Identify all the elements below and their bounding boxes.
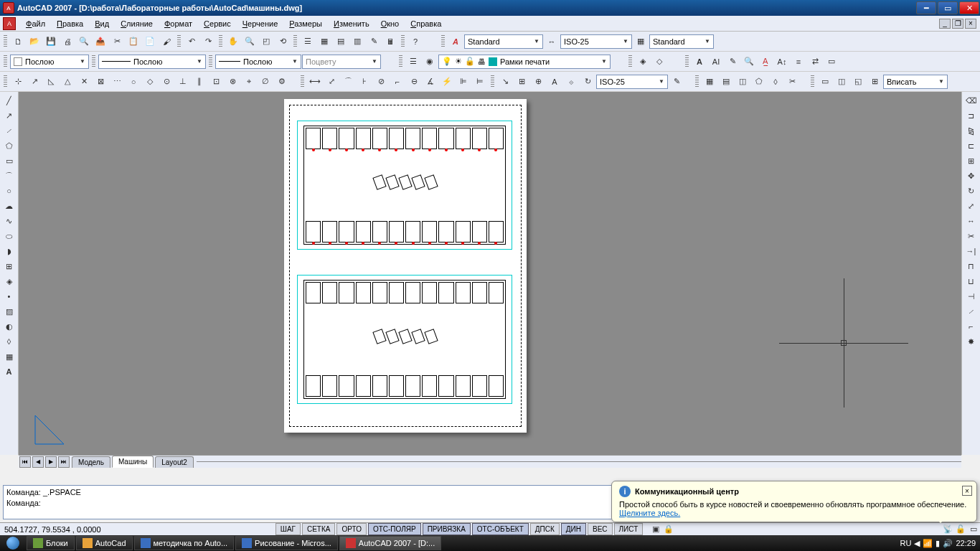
revcloud-button[interactable]: ☁ bbox=[1, 199, 17, 213]
zoom-window-button[interactable]: ◰ bbox=[258, 34, 274, 50]
text-style-dropdown[interactable]: Standard▼ bbox=[464, 34, 543, 49]
menu-window[interactable]: Окно bbox=[375, 17, 405, 30]
extend-button[interactable]: →| bbox=[963, 244, 979, 258]
tab-model[interactable]: Модель bbox=[72, 456, 110, 468]
dim-quick-button[interactable]: ⚡ bbox=[439, 74, 455, 90]
task-item-active[interactable]: AutoCAD 2007 - [D:... bbox=[339, 536, 441, 550]
erase-button[interactable]: ⌫ bbox=[963, 93, 979, 108]
start-button[interactable] bbox=[0, 535, 26, 551]
dim-style-combo[interactable]: ISO-25▼ bbox=[596, 75, 668, 89]
dim-leader-button[interactable]: ↘ bbox=[497, 74, 513, 90]
volume-icon[interactable]: 🔊 bbox=[943, 539, 953, 548]
layer-manager-button[interactable]: ☰ bbox=[405, 54, 421, 70]
explode-button[interactable]: ✸ bbox=[963, 334, 979, 349]
snap-mid-button[interactable]: △ bbox=[60, 74, 75, 90]
menu-format[interactable]: Формат bbox=[159, 17, 198, 30]
tab-last-button[interactable]: ⏭ bbox=[58, 456, 70, 468]
dim-angular-button[interactable]: ∡ bbox=[423, 74, 438, 90]
dim-ordinate-button[interactable]: ⊦ bbox=[357, 74, 372, 90]
edit-text-button[interactable]: ✎ bbox=[725, 54, 740, 70]
snap-none-button[interactable]: ∅ bbox=[258, 74, 273, 90]
tab-layout2[interactable]: Layout2 bbox=[155, 456, 194, 468]
snap-appint-button[interactable]: ⊠ bbox=[93, 74, 108, 90]
snap-ext-button[interactable]: ⋯ bbox=[109, 74, 125, 90]
linetype-dropdown[interactable]: Послою▼ bbox=[98, 55, 206, 69]
table-button[interactable]: ▦ bbox=[1, 349, 17, 364]
dim-style-dropdown[interactable]: ISO-25▼ bbox=[560, 34, 632, 49]
snap-tan-button[interactable]: ⊙ bbox=[159, 74, 174, 90]
menu-help[interactable]: Справка bbox=[405, 17, 447, 30]
color-dropdown[interactable]: Послою▼ bbox=[10, 55, 89, 69]
spline-button[interactable]: ∿ bbox=[1, 214, 17, 228]
copy-button[interactable]: 📋 bbox=[126, 34, 141, 50]
lock-ui-icon[interactable]: 🔓 bbox=[954, 524, 967, 535]
textstyle-icon[interactable]: A bbox=[448, 34, 463, 50]
dtext-button[interactable]: AI bbox=[708, 54, 724, 70]
offset-button[interactable]: ⊏ bbox=[963, 138, 979, 153]
fillet-button[interactable]: ⌐ bbox=[963, 319, 979, 334]
vp-new-button[interactable]: ◫ bbox=[735, 74, 750, 90]
toolbar-grip[interactable] bbox=[4, 35, 7, 48]
vp-display-button[interactable]: ▦ bbox=[702, 74, 717, 90]
dim-center-button[interactable]: ⊕ bbox=[530, 74, 546, 90]
properties-button[interactable]: ☰ bbox=[300, 34, 316, 50]
dim-baseline-button[interactable]: ⊫ bbox=[456, 74, 471, 90]
mdi-restore[interactable]: ❐ bbox=[952, 19, 963, 29]
dim-jogged-button[interactable]: ⌐ bbox=[390, 74, 405, 90]
lineweight-dropdown[interactable]: Послою▼ bbox=[215, 55, 301, 69]
zoom-realtime-button[interactable]: 🔍 bbox=[242, 34, 258, 50]
task-item[interactable]: Рисование - Micros... bbox=[235, 536, 338, 550]
vp-1-button[interactable]: ▭ bbox=[817, 74, 833, 90]
layer-iso-button[interactable]: ◇ bbox=[651, 54, 667, 70]
mtext-button[interactable]: A bbox=[692, 54, 707, 70]
maximize-button[interactable]: ▭ bbox=[938, 1, 958, 14]
layer-dropdown[interactable]: 💡 ☀ 🔓 🖶 Рамки печати ▼ bbox=[438, 55, 611, 69]
stretch-button[interactable]: ↔ bbox=[963, 214, 979, 228]
viewport-2[interactable] bbox=[297, 275, 512, 404]
trim-button[interactable]: ✂ bbox=[963, 229, 979, 243]
chamfer-button[interactable]: ⟋ bbox=[963, 304, 979, 319]
zoom-prev-button[interactable]: ⟲ bbox=[275, 34, 291, 50]
osnap-settings-button[interactable]: ⚙ bbox=[274, 74, 290, 90]
task-item[interactable]: методичка по Auto... bbox=[134, 536, 235, 550]
make-block-button[interactable]: ◈ bbox=[1, 274, 17, 288]
help-button[interactable]: ? bbox=[407, 34, 423, 50]
drawing-area[interactable] bbox=[19, 92, 961, 455]
vp-scale-dropdown[interactable]: Вписать▼ bbox=[883, 75, 948, 89]
toolbar-grip[interactable] bbox=[4, 55, 7, 68]
snap-quad-button[interactable]: ◇ bbox=[142, 74, 158, 90]
osnap-toggle[interactable]: ПРИВЯЗКА bbox=[423, 523, 471, 535]
toolbar-grip[interactable] bbox=[491, 75, 494, 88]
plotstyle-dropdown[interactable]: Поцвету▼ bbox=[302, 55, 381, 69]
new-button[interactable]: 🗋 bbox=[10, 34, 26, 50]
scale-button[interactable]: ⤢ bbox=[963, 199, 979, 213]
tab-prev-button[interactable]: ◀ bbox=[32, 456, 44, 468]
rotate-button[interactable]: ↻ bbox=[963, 184, 979, 198]
clean-screen-icon[interactable]: ▭ bbox=[967, 524, 980, 535]
design-center-button[interactable]: ▦ bbox=[316, 34, 332, 50]
line-button[interactable]: ╱ bbox=[1, 93, 17, 108]
menu-modify[interactable]: Изменить bbox=[328, 17, 375, 30]
save-button[interactable]: 💾 bbox=[43, 34, 59, 50]
toolbar-grip[interactable] bbox=[293, 35, 297, 48]
vp-clip-button[interactable]: ✂ bbox=[784, 74, 800, 90]
tab-next-button[interactable]: ▶ bbox=[45, 456, 57, 468]
balloon-close-button[interactable]: × bbox=[962, 486, 972, 496]
menu-draw[interactable]: Черчение bbox=[237, 17, 284, 30]
pan-button[interactable]: ✋ bbox=[225, 34, 241, 50]
cut-button[interactable]: ✂ bbox=[109, 34, 125, 50]
toolbar-grip[interactable] bbox=[301, 75, 304, 88]
toolbar-grip[interactable] bbox=[92, 55, 95, 68]
vp-4-button[interactable]: ⊞ bbox=[867, 74, 882, 90]
hatch-button[interactable]: ▨ bbox=[1, 304, 17, 319]
break-button[interactable]: ⊔ bbox=[963, 274, 979, 288]
spell-button[interactable]: A̲ bbox=[758, 54, 773, 70]
snap-node-button[interactable]: ⊗ bbox=[225, 74, 240, 90]
preview-button[interactable]: 🔍 bbox=[76, 34, 92, 50]
redo-button[interactable]: ↷ bbox=[200, 34, 216, 50]
dim-tolerance-button[interactable]: ⊞ bbox=[514, 74, 529, 90]
dim-diameter-button[interactable]: ⊖ bbox=[406, 74, 422, 90]
vp-object-button[interactable]: ◊ bbox=[768, 74, 783, 90]
dim-radius-button[interactable]: ⊘ bbox=[373, 74, 389, 90]
toolbar-grip[interactable] bbox=[177, 35, 181, 48]
